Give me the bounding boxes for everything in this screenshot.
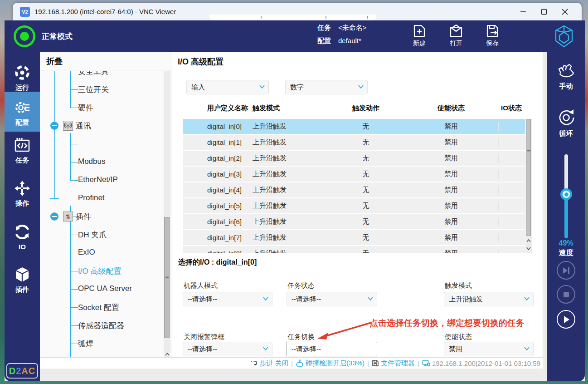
task-switch-label: 任务切换 [287, 333, 315, 341]
table-row[interactable]: digital_in[7]上升沿触发无禁用 [183, 230, 525, 245]
io-state-checkbox[interactable] [498, 186, 499, 194]
app-header: 正常模式 任务 <未命名> 配置 default* 新建 [5, 20, 585, 52]
tree-item-socket-config[interactable]: Socket 配置 [78, 302, 119, 312]
tree-item-exio[interactable]: ExIO [78, 248, 95, 258]
d2ac-logo[interactable]: D2AC [6, 363, 38, 379]
enable-state-select[interactable]: 禁用 [444, 342, 534, 356]
table-row[interactable]: digital_in[5]上升沿触发无禁用 [183, 198, 525, 213]
speed-slider-fill[interactable] [564, 195, 568, 238]
table-row[interactable]: digital_in[4]上升沿触发无禁用 [183, 182, 525, 197]
robot-mode-select[interactable]: --请选择-- [183, 292, 272, 306]
io-state-checkbox[interactable] [498, 217, 499, 226]
sidebar-item-config[interactable]: 配置 [5, 92, 40, 132]
step-status[interactable]: 步进 关闭 [250, 359, 288, 368]
move-arrows-icon [5, 180, 40, 197]
task-state-select[interactable]: --请选择-- [287, 292, 377, 306]
run-icon [5, 64, 40, 81]
maximize-button[interactable] [534, 3, 554, 20]
table-row[interactable]: digital_in[2]上升沿触发无禁用 [183, 151, 525, 166]
collapse-minus-icon[interactable] [50, 122, 58, 130]
mode-label: 正常模式 [42, 20, 73, 52]
tree-node-plugins[interactable]: ⇅ 插件 [50, 212, 91, 222]
tree-item-dh-gripper[interactable]: DH 夹爪 [78, 230, 107, 240]
new-button[interactable]: 新建 [403, 22, 436, 48]
minimize-button[interactable] [513, 3, 534, 20]
collision-detection-status[interactable]: 碰撞检测开启(33%) [296, 359, 364, 368]
tree-scrollbar-thumb[interactable] [164, 217, 170, 338]
save-icon [476, 23, 509, 39]
brand-logo-icon [551, 24, 577, 51]
io-advanced-config-panel: I/O 高级配置 输入 数字 用户定义名称 触发模式 触发动作 使能状态 IO状… [171, 52, 543, 369]
page-title: I/O 高级配置 [178, 56, 224, 67]
io-state-checkbox[interactable] [498, 249, 499, 253]
table-scrollbar-thumb[interactable] [526, 119, 531, 236]
cycle-mode-button[interactable]: 循环 [547, 108, 585, 138]
trigger-mode-select[interactable]: 上升沿触发 [444, 292, 534, 306]
io-type-select[interactable]: 输入 [186, 80, 269, 94]
table-row[interactable]: digital_in[8]上升沿触发无禁用 [183, 246, 525, 253]
sidebar-item-plugin[interactable]: 插件 [5, 266, 40, 294]
close-alarm-select[interactable]: --请选择-- [183, 342, 272, 356]
config-label: 配置 [317, 37, 338, 45]
left-sidebar: 运行 配置 [5, 52, 40, 381]
tree-item-arc-welding[interactable]: 弧焊 [78, 339, 93, 349]
play-button[interactable] [557, 310, 575, 329]
open-button[interactable]: 打开 [440, 22, 472, 48]
open-icon [440, 23, 472, 39]
manual-mode-button[interactable]: 手动 [547, 62, 585, 91]
tree-item-safety-tool[interactable]: 安全工具 [78, 71, 109, 76]
io-state-checkbox[interactable] [498, 122, 499, 131]
table-scroll-down-icon[interactable] [525, 244, 532, 252]
sidebar-item-io[interactable]: IO [5, 223, 40, 251]
task-switch-select[interactable]: --请选择-- [287, 342, 377, 356]
gear-icon [5, 99, 40, 116]
tree-item-opc-ua-server[interactable]: OPC UA Server [78, 284, 132, 294]
tree-item-sensor-adapter[interactable]: 传感器适配器 [78, 320, 124, 330]
col-io-state: IO状态 [498, 104, 525, 113]
tree-item-hardware[interactable]: 硬件 [78, 103, 93, 113]
hand-icon [547, 62, 585, 80]
task-value: <未命名> [338, 24, 367, 32]
file-manager-button[interactable]: 文件管理器 [372, 359, 415, 368]
table-row[interactable]: digital_in[0]上升沿触发无禁用 [183, 119, 525, 134]
stop-button[interactable] [557, 285, 575, 304]
collapse-minus-icon[interactable] [50, 212, 58, 221]
cycle-icon [547, 108, 585, 128]
io-state-checkbox[interactable] [498, 202, 499, 210]
save-button[interactable]: 保存 [476, 22, 509, 48]
tree-item-profinet[interactable]: Profinet [78, 193, 105, 203]
io-state-checkbox[interactable] [498, 154, 499, 162]
collision-robot-icon [296, 359, 304, 367]
table-scrollbar[interactable] [525, 119, 532, 253]
annotation-text: 点击选择任务切换，绑定想要切换的任务 [369, 317, 525, 329]
antenna-icon [63, 121, 73, 131]
config-tree-panel: 折叠 [40, 52, 171, 369]
table-row[interactable]: digital_in[3]上升沿触发无禁用 [183, 167, 525, 182]
signal-type-select[interactable]: 数字 [285, 80, 368, 94]
io-table: digital_in[0]上升沿触发无禁用 digital_in[1]上升沿触发… [183, 119, 532, 253]
tree-item-modbus[interactable]: Modbus [78, 157, 105, 167]
table-row[interactable]: digital_in[1]上升沿触发无禁用 [183, 135, 525, 150]
close-button[interactable] [554, 3, 575, 20]
sidebar-item-operate[interactable]: 操作 [5, 180, 40, 208]
tree-collapse-header[interactable]: 折叠 [40, 52, 171, 70]
selected-io-label: 选择的I/O : digital_in[0] [178, 258, 257, 267]
tree-node-communication[interactable]: 通讯 [50, 121, 91, 131]
sidebar-item-run[interactable]: 运行 [5, 64, 40, 92]
col-user-defined-name: 用户定义名称 [207, 104, 253, 113]
new-icon [403, 23, 436, 39]
io-state-checkbox[interactable] [498, 170, 499, 178]
tree-item-ethernet-ip[interactable]: EtherNet/IP [78, 175, 118, 185]
speed-slider-knob[interactable] [560, 188, 572, 200]
table-scroll-up-icon[interactable] [525, 236, 532, 245]
vnc-toolbar-collapsed[interactable] [209, 15, 376, 20]
table-row[interactable]: digital_in[6]上升沿触发无禁用 [183, 214, 525, 229]
speed-percent: 49% [547, 239, 585, 247]
io-state-checkbox[interactable] [498, 233, 499, 242]
sidebar-item-task[interactable]: 任务 [5, 137, 40, 165]
tree-item-three-position-switch[interactable]: 三位开关 [78, 84, 109, 94]
io-state-checkbox[interactable] [498, 138, 499, 147]
tree-scrollbar[interactable] [164, 71, 170, 368]
tree-item-io-advanced-config[interactable]: I/O 高级配置 [78, 266, 121, 276]
step-forward-button[interactable] [557, 261, 575, 280]
